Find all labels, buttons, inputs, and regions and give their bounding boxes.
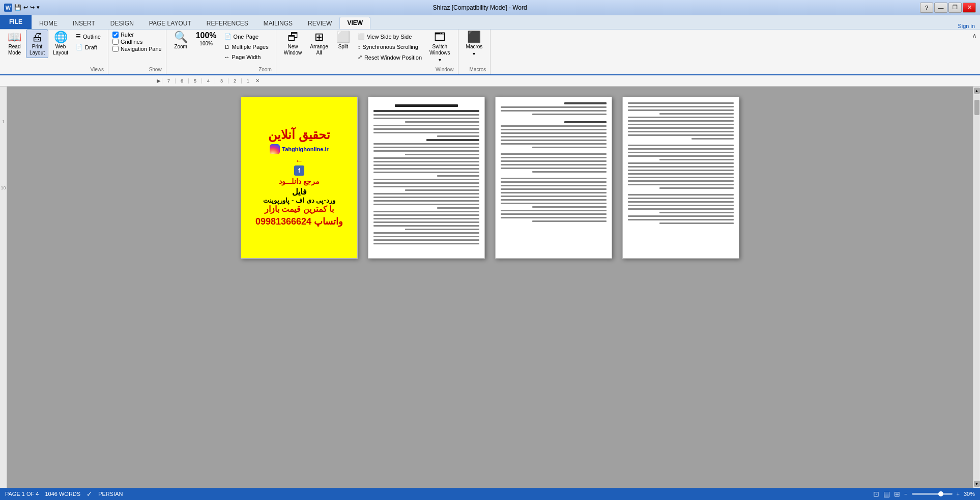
views-group-items: 📖 ReadMode 🖨 PrintLayout 🌐 WebLayout ☰ O… [4,30,104,65]
zoom-slider[interactable] [912,493,953,495]
new-window-button[interactable]: 🗗 NewWindow [280,30,306,58]
ribbon-views-group: 📖 ReadMode 🖨 PrintLayout 🌐 WebLayout ☰ O… [0,30,108,74]
spell-check-icon[interactable]: ✓ [87,490,92,498]
p4-l17 [628,162,734,164]
tab-home[interactable]: HOME [32,17,65,29]
word-count: 1046 WORDS [45,491,80,497]
arrange-all-button[interactable]: ⊞ ArrangeAll [306,30,332,58]
word-icon: W [4,4,12,12]
gridlines-checkbox-item[interactable]: Gridlines [112,39,162,45]
document-page-2 [368,97,485,259]
nav-pane-label: Navigation Pane [121,46,162,52]
web-layout-button[interactable]: 🌐 WebLayout [49,30,72,58]
p2-l38 [373,243,479,244]
zoom-100-button[interactable]: 100% 100% [192,30,220,49]
vertical-scrollbar[interactable]: ▲ ▼ [973,87,980,488]
document-area[interactable]: تحقیق آنلاین Tahghighonline.ir ← f مرجع … [7,87,973,488]
p4-l10 [628,134,734,136]
p4-l5 [628,117,734,118]
p3-l21 [501,192,607,193]
collapse-ribbon-button[interactable]: ∧ [972,32,977,40]
zoom-in-button[interactable]: + [957,491,960,497]
zoom-group-label: Zoom [258,66,272,72]
title-bar-controls: ? — ❐ ✕ [920,3,976,13]
new-window-icon: 🗗 [287,32,299,43]
gridlines-checkbox[interactable] [112,39,119,45]
tab-file[interactable]: FILE [0,15,32,29]
p3-subhead1 [564,121,607,123]
maximize-button[interactable]: ❐ [948,3,962,13]
switch-windows-button[interactable]: 🗔 SwitchWindows ▾ [426,30,454,65]
facebook-icon: f [294,165,304,176]
minimize-button[interactable]: — [934,3,947,13]
synchronous-scrolling-button[interactable]: ↕ Synchronous Scrolling [355,42,425,51]
quick-access-dropdown[interactable]: ▾ [37,4,40,11]
arrow-left: ← [295,156,303,165]
p3-l29 [532,220,607,222]
p4-l19 [628,170,734,171]
multiple-pages-button[interactable]: 🗋 Multiple Pages [221,42,272,51]
tab-design[interactable]: DESIGN [103,17,141,29]
nav-pane-checkbox-item[interactable]: Navigation Pane [112,46,162,52]
p2-l37 [373,239,479,241]
macros-button[interactable]: ⬛ Macros ▾ [463,30,486,59]
one-page-button[interactable]: 📄 One Page [221,32,272,41]
view-mode-read-icon[interactable]: ⊡ [873,490,879,498]
tab-page-layout[interactable]: PAGE LAYOUT [141,17,199,29]
scroll-thumb[interactable] [974,100,979,115]
ruler-checkbox-item[interactable]: Ruler [112,32,162,38]
p2-l27 [373,204,479,205]
read-mode-button[interactable]: 📖 ReadMode [4,30,25,58]
reset-window-position-button[interactable]: ⤢ Reset Window Position [355,52,425,62]
scroll-up-button[interactable]: ▲ [974,88,980,94]
view-side-by-side-label: View Side by Side [367,34,412,40]
advert-types: فایل [292,187,307,197]
p3-l7 [501,136,607,137]
help-button[interactable]: ? [920,3,933,13]
zoom-button[interactable]: 🔍 Zoom [170,30,191,52]
ribbon-collapse-area: ∧ [969,30,980,74]
tab-references[interactable]: REFERENCES [199,17,256,29]
arrange-all-label: ArrangeAll [310,44,328,56]
one-page-label: One Page [234,34,259,40]
macros-icon: ⬛ [467,32,481,43]
tab-view[interactable]: VIEW [339,17,370,29]
web-layout-icon: 🌐 [54,32,68,43]
split-button[interactable]: ⬜ Split [333,30,354,52]
page-4-content [628,102,734,225]
view-side-by-side-button[interactable]: ⬜ View Side by Side [355,32,425,41]
tab-review[interactable]: REVIEW [300,17,339,29]
show-group-label: Show [149,66,162,72]
multiple-pages-label: Multiple Pages [232,44,269,50]
print-layout-button[interactable]: 🖨 PrintLayout [26,30,48,58]
view-mode-print-icon[interactable]: ▤ [883,490,890,498]
quick-access-redo[interactable]: ↪ [30,4,35,11]
close-button[interactable]: ✕ [963,3,976,13]
print-layout-label: PrintLayout [30,44,45,56]
quick-access-save[interactable]: 💾 [14,4,21,11]
outline-button[interactable]: ☰ Outline [73,32,104,41]
ruler-checkbox[interactable] [112,32,119,38]
draft-button[interactable]: 📄 Draft [73,42,104,52]
scroll-down-button[interactable]: ▼ [974,481,980,487]
scroll-track[interactable] [974,95,979,480]
view-mode-web-icon[interactable]: ⊞ [894,490,900,498]
gridlines-label: Gridlines [121,39,142,45]
p3-l27 [501,213,607,215]
ribbon-content: 📖 ReadMode 🖨 PrintLayout 🌐 WebLayout ☰ O… [0,30,980,75]
document-title: Shiraz [Compatibility Mode] - Word [433,4,527,11]
signin-area: Sign in [958,23,980,29]
tab-mailings[interactable]: MAILINGS [256,17,300,29]
tab-insert[interactable]: INSERT [65,17,103,29]
nav-pane-checkbox[interactable] [112,46,119,52]
zoom-out-button[interactable]: − [904,491,907,497]
ruler-content: ▶ 7 6 5 4 3 2 1 ✕ [157,78,260,84]
signin-button[interactable]: Sign in [958,23,975,29]
p2-l25 [373,197,479,198]
outline-icon: ☰ [76,33,81,40]
quick-access-undo[interactable]: ↩ [23,4,28,11]
p4-spacer1 [628,142,734,144]
page-width-button[interactable]: ↔ Page Width [221,52,272,62]
p4-l9 [628,131,734,132]
p2-l19 [437,175,479,177]
